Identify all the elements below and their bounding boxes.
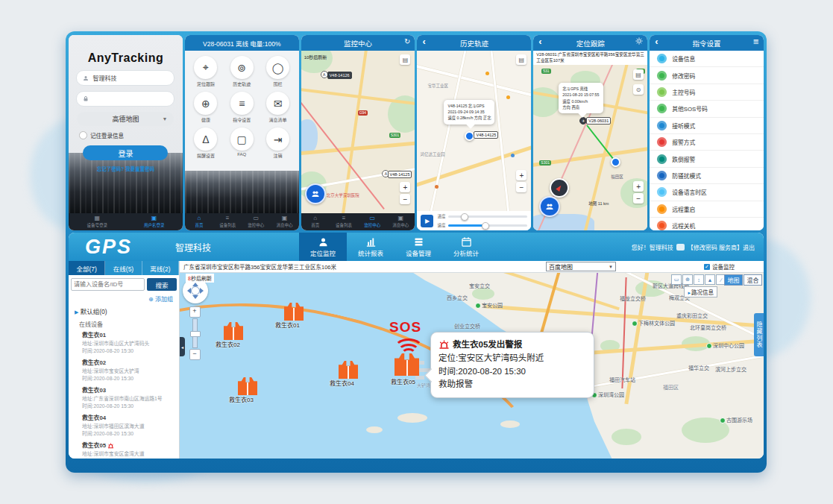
main-map[interactable]: 西乡立交 宝安立交 宝安公园 创业立交桥 新区大道跨线桥 梅观立交 福龙立交桥 …: [180, 273, 764, 459]
pan-tool-icon[interactable]: ↕: [694, 274, 704, 285]
tab-user-login[interactable]: ▣ 用户名登录: [125, 213, 182, 230]
refresh-icon[interactable]: ↻: [404, 37, 410, 45]
device-list-item[interactable]: 救生衣03 地址:广东省深圳市南山区海运路1号 时间:2020-08-20 15…: [69, 385, 179, 412]
command-dnd-mode[interactable]: 防骚扰模式: [650, 168, 764, 184]
list-menu-icon[interactable]: ≣: [753, 37, 759, 45]
monitor-map[interactable]: 10秒后刷新 ▤ A V48-14126 G94 S301 A V48-1412…: [301, 51, 415, 213]
menu-item-fence[interactable]: ◯围栏: [260, 56, 295, 87]
map-provider-select[interactable]: 高德地图 ▼: [77, 112, 174, 126]
people-cluster-icon[interactable]: [305, 183, 326, 204]
zoom-in-button[interactable]: +: [516, 170, 526, 180]
login-button[interactable]: 登录: [83, 145, 168, 160]
sidebar-collapse-handle[interactable]: ◂: [180, 337, 185, 356]
command-remote-shutdown[interactable]: 远程关机: [650, 218, 764, 230]
zoom-tool-icon[interactable]: ⊕: [682, 274, 693, 285]
back-icon[interactable]: ‹: [538, 36, 541, 47]
pan-down-icon[interactable]: [192, 295, 198, 302]
device-marker-label[interactable]: V28-06031: [586, 117, 611, 125]
map-type-hybrid-button[interactable]: 混合: [744, 274, 762, 286]
device-list-item[interactable]: 救生衣04 地址:深圳市福田区滨海大道 时间:2020-08-20 15:30: [69, 412, 179, 440]
speed-slider[interactable]: [448, 224, 528, 227]
tab-home[interactable]: ⌂首页: [185, 213, 213, 230]
marker-tool-icon[interactable]: ▲: [705, 274, 715, 285]
tab-offline-devices[interactable]: 离线(2): [142, 261, 179, 275]
device-list-item[interactable]: 救生衣02 地址:深圳市宝安区大铲湾 时间:2020-08-20 15:30: [69, 357, 179, 385]
device-list-item-alarm[interactable]: 救生衣05 地址:深圳市宝安区金湾大道 时间:2020-08-20 15:30: [69, 440, 179, 459]
menu-item-logout[interactable]: ⇥注销: [260, 127, 295, 159]
menu-item-commands[interactable]: ≡指令设置: [224, 92, 260, 123]
menu-item-reminders[interactable]: Δ提醒设置: [188, 127, 224, 159]
command-sos-numbers[interactable]: 其他SOS号码: [650, 101, 764, 117]
device-marker-label[interactable]: V48-14125: [388, 171, 412, 178]
progress-slider[interactable]: [448, 215, 528, 218]
tab-monitor-center[interactable]: ▭监控中心: [242, 213, 270, 230]
nav-monitoring[interactable]: 定位监控: [299, 233, 347, 261]
forgot-password-link[interactable]: 忘记了密码? 我要重置密码: [69, 165, 183, 172]
command-alarm-mode[interactable]: 报警方式: [650, 134, 764, 151]
ruler-tool-icon[interactable]: ▭: [671, 274, 682, 285]
device-search-input[interactable]: [71, 278, 145, 291]
nav-device-management[interactable]: 设备管理: [395, 233, 442, 261]
command-device-info[interactable]: 设备信息: [650, 51, 764, 67]
search-button[interactable]: 搜索: [147, 278, 177, 291]
back-icon[interactable]: ‹: [422, 36, 425, 47]
device-marker-label[interactable]: V48-14126: [327, 72, 352, 79]
layers-button[interactable]: ▤: [516, 54, 526, 65]
tab-online-devices[interactable]: 在线(5): [105, 261, 142, 275]
menu-item-faq[interactable]: ▢FAQ: [224, 127, 260, 159]
default-group-row[interactable]: ▶ 默认组(0): [69, 305, 179, 317]
history-map[interactable]: 宝华工业区 鸿亿达工业园 ▤ V48-14125 北斗GPS 2021-09-2…: [417, 51, 531, 211]
zoom-out-button[interactable]: −: [189, 349, 201, 360]
command-language-timezone[interactable]: 设备语言时区: [650, 184, 764, 201]
nav-analytics[interactable]: 分析统计: [442, 233, 490, 261]
hide-list-tab[interactable]: 隐藏列表: [754, 313, 764, 356]
settings-chip-icon[interactable]: [676, 244, 685, 251]
tab-monitor-center[interactable]: ▭监控中心: [358, 213, 386, 230]
zoom-in-button[interactable]: +: [400, 182, 410, 192]
layers-button[interactable]: ▤: [400, 54, 410, 65]
map-provider-select[interactable]: 百度地图 ▼: [546, 262, 616, 271]
device-marker-label[interactable]: V48-14125: [474, 131, 498, 139]
play-button[interactable]: ▶: [421, 215, 433, 227]
pan-left-icon[interactable]: [184, 288, 191, 294]
tab-all-devices[interactable]: 全部(7): [69, 261, 105, 275]
menu-item-health[interactable]: ⊕健康: [188, 92, 224, 123]
menu-item-messages[interactable]: ✉消息清单: [260, 92, 295, 123]
traffic-info-tooltip[interactable]: 路况信息: [684, 286, 717, 297]
zoom-track[interactable]: [192, 318, 198, 348]
command-change-password[interactable]: 修改密码: [650, 67, 764, 84]
zoom-handle[interactable]: [190, 331, 201, 337]
zoom-out-button[interactable]: −: [633, 193, 644, 204]
remember-checkbox[interactable]: [79, 131, 87, 139]
username-field[interactable]: 智理科技: [76, 70, 175, 86]
back-icon[interactable]: ‹: [655, 36, 658, 47]
zoom-out-button[interactable]: −: [400, 194, 410, 204]
menu-item-tracking[interactable]: ⌖定位跟踪: [188, 56, 224, 87]
map-type-map-button[interactable]: 地图: [724, 274, 743, 286]
tab-device-list[interactable]: ≡设备列表: [330, 213, 358, 230]
menu-item-history[interactable]: ⊚历史轨迹: [224, 56, 260, 87]
password-field[interactable]: [76, 91, 175, 107]
zoom-out-button[interactable]: −: [516, 182, 526, 192]
streetview-button[interactable]: ⊙: [633, 84, 644, 95]
add-group-link[interactable]: ⊕ 添加组: [69, 294, 179, 305]
pan-right-icon[interactable]: [200, 288, 207, 294]
tab-message-center[interactable]: ▣消息中心: [270, 213, 298, 230]
tab-device-login[interactable]: ▦ 设备号登录: [69, 213, 125, 230]
compass-icon[interactable]: [550, 178, 569, 198]
account-links[interactable]: 【修改密码 服务商】退出: [688, 243, 755, 251]
tab-device-list[interactable]: ≡设备列表: [213, 213, 242, 230]
command-fall-alarm[interactable]: 跌倒报警: [650, 151, 764, 167]
gear-icon[interactable]: [635, 37, 643, 46]
tab-message-center[interactable]: ▣消息中心: [386, 213, 415, 230]
device-monitor-toggle[interactable]: ✓ 设备监控: [704, 262, 735, 271]
layers-button[interactable]: ▤: [633, 69, 644, 80]
zoom-in-button[interactable]: +: [189, 306, 201, 318]
command-answer-mode[interactable]: 接听模式: [650, 118, 764, 134]
nav-reports[interactable]: 统计报表: [347, 233, 395, 261]
tracking-map[interactable]: 531 529 S301 ▤ ⊙ 北斗GPS 离线 2021-08-20 15:…: [533, 65, 647, 230]
command-master-number[interactable]: 主控号码: [650, 84, 764, 101]
device-list-item[interactable]: 救生衣01 地址:深圳市南山区大铲湾码头 时间:2020-08-20 15:30: [69, 330, 179, 357]
tab-home[interactable]: ⌂首页: [301, 213, 330, 230]
zoom-in-button[interactable]: +: [633, 181, 644, 192]
